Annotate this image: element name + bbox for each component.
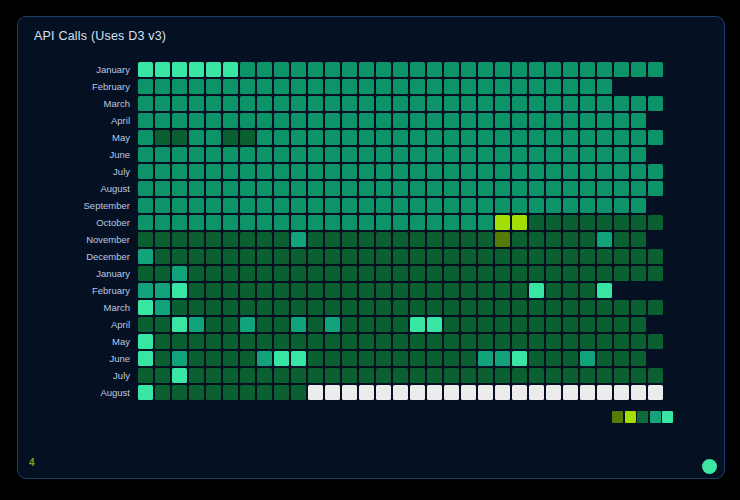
heatmap-cell[interactable] [138, 300, 153, 315]
heatmap-cell[interactable] [631, 385, 646, 400]
heatmap-cell[interactable] [291, 334, 306, 349]
heatmap-cell[interactable] [223, 79, 238, 94]
heatmap-cell[interactable] [444, 385, 459, 400]
heatmap-cell[interactable] [325, 96, 340, 111]
heatmap-cell[interactable] [546, 232, 561, 247]
heatmap-cell[interactable] [614, 249, 629, 264]
heatmap-cell[interactable] [206, 198, 221, 213]
heatmap-cell[interactable] [614, 113, 629, 128]
heatmap-cell[interactable] [359, 62, 374, 77]
heatmap-cell[interactable] [597, 147, 612, 162]
heatmap-cell[interactable] [189, 317, 204, 332]
heatmap-cell[interactable] [240, 368, 255, 383]
heatmap-cell[interactable] [359, 351, 374, 366]
heatmap-cell[interactable] [138, 334, 153, 349]
heatmap-cell[interactable] [308, 130, 323, 145]
heatmap-cell[interactable] [172, 113, 187, 128]
heatmap-cell[interactable] [546, 79, 561, 94]
heatmap-cell[interactable] [291, 283, 306, 298]
heatmap-cell[interactable] [410, 385, 425, 400]
heatmap-cell[interactable] [325, 130, 340, 145]
heatmap-cell[interactable] [478, 79, 493, 94]
heatmap-cell[interactable] [325, 62, 340, 77]
heatmap-cell[interactable] [512, 351, 527, 366]
heatmap-cell[interactable] [529, 385, 544, 400]
heatmap-cell[interactable] [648, 181, 663, 196]
heatmap-cell[interactable] [138, 368, 153, 383]
heatmap-cell[interactable] [138, 266, 153, 281]
heatmap-cell[interactable] [478, 62, 493, 77]
heatmap-cell[interactable] [206, 215, 221, 230]
heatmap-cell[interactable] [427, 368, 442, 383]
heatmap-cell[interactable] [597, 96, 612, 111]
heatmap-cell[interactable] [563, 368, 578, 383]
heatmap-cell[interactable] [223, 351, 238, 366]
heatmap-cell[interactable] [342, 215, 357, 230]
heatmap-cell[interactable] [189, 130, 204, 145]
heatmap-cell[interactable] [274, 79, 289, 94]
heatmap-cell[interactable] [597, 198, 612, 213]
heatmap-cell[interactable] [512, 385, 527, 400]
heatmap-cell[interactable] [580, 317, 595, 332]
heatmap-cell[interactable] [631, 198, 646, 213]
heatmap-cell[interactable] [631, 164, 646, 179]
heatmap-cell[interactable] [325, 300, 340, 315]
heatmap-cell[interactable] [478, 181, 493, 196]
heatmap-cell[interactable] [597, 266, 612, 281]
heatmap-cell[interactable] [257, 164, 272, 179]
heatmap-cell[interactable] [206, 232, 221, 247]
heatmap-cell[interactable] [206, 317, 221, 332]
heatmap-cell[interactable] [495, 130, 510, 145]
heatmap-cell[interactable] [342, 62, 357, 77]
heatmap-cell[interactable] [580, 164, 595, 179]
heatmap-cell[interactable] [410, 113, 425, 128]
heatmap-cell[interactable] [461, 215, 476, 230]
heatmap-cell[interactable] [257, 249, 272, 264]
heatmap-cell[interactable] [461, 249, 476, 264]
heatmap-cell[interactable] [444, 130, 459, 145]
heatmap-cell[interactable] [563, 79, 578, 94]
heatmap-cell[interactable] [342, 317, 357, 332]
heatmap-cell[interactable] [580, 62, 595, 77]
heatmap-cell[interactable] [172, 215, 187, 230]
heatmap-cell[interactable] [359, 130, 374, 145]
heatmap-cell[interactable] [597, 385, 612, 400]
heatmap-cell[interactable] [648, 215, 663, 230]
heatmap-cell[interactable] [461, 232, 476, 247]
heatmap-cell[interactable] [291, 96, 306, 111]
heatmap-cell[interactable] [529, 266, 544, 281]
heatmap-cell[interactable] [529, 215, 544, 230]
heatmap-cell[interactable] [410, 164, 425, 179]
heatmap-cell[interactable] [308, 368, 323, 383]
heatmap-cell[interactable] [206, 181, 221, 196]
heatmap-cell[interactable] [461, 79, 476, 94]
heatmap-cell[interactable] [427, 113, 442, 128]
heatmap-cell[interactable] [461, 368, 476, 383]
heatmap-cell[interactable] [325, 79, 340, 94]
heatmap-cell[interactable] [342, 79, 357, 94]
heatmap-cell[interactable] [478, 334, 493, 349]
heatmap-cell[interactable] [597, 317, 612, 332]
heatmap-cell[interactable] [529, 113, 544, 128]
heatmap-cell[interactable] [614, 96, 629, 111]
heatmap-cell[interactable] [359, 232, 374, 247]
heatmap-cell[interactable] [529, 96, 544, 111]
heatmap-cell[interactable] [308, 215, 323, 230]
heatmap-cell[interactable] [512, 317, 527, 332]
heatmap-cell[interactable] [257, 113, 272, 128]
heatmap-cell[interactable] [461, 334, 476, 349]
heatmap-cell[interactable] [291, 232, 306, 247]
heatmap-cell[interactable] [138, 62, 153, 77]
heatmap-cell[interactable] [172, 368, 187, 383]
heatmap-cell[interactable] [308, 317, 323, 332]
heatmap-cell[interactable] [580, 300, 595, 315]
heatmap-cell[interactable] [325, 317, 340, 332]
heatmap-cell[interactable] [529, 249, 544, 264]
heatmap-cell[interactable] [359, 147, 374, 162]
heatmap-cell[interactable] [240, 215, 255, 230]
heatmap-cell[interactable] [580, 113, 595, 128]
heatmap-cell[interactable] [342, 300, 357, 315]
heatmap-cell[interactable] [240, 300, 255, 315]
heatmap-cell[interactable] [393, 113, 408, 128]
heatmap-cell[interactable] [393, 96, 408, 111]
